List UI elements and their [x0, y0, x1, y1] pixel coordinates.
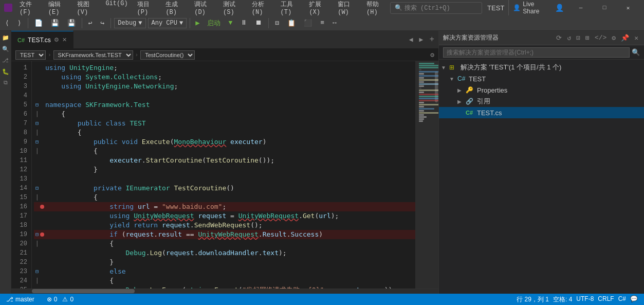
- status-branch[interactable]: ⎇ master: [4, 294, 36, 305]
- tree-references[interactable]: ▶ 🔗 引用: [439, 96, 644, 107]
- activity-search[interactable]: 🔍: [1, 44, 10, 53]
- breadcrumb-class-dropdown[interactable]: SKFramework.Test.TEST: [53, 50, 133, 60]
- panel-code-icon[interactable]: </>: [593, 33, 608, 43]
- menu-extensions[interactable]: 扩展(X): [305, 0, 333, 17]
- menu-test[interactable]: 测试(S): [219, 0, 247, 17]
- debug-dropdown-arrow: ▼: [138, 20, 142, 27]
- fold-23[interactable]: ⊟: [34, 267, 40, 276]
- panel-refresh-icon[interactable]: ↺: [565, 33, 573, 43]
- status-errors[interactable]: ⊗ 0 ⚠ 0: [45, 294, 76, 305]
- menu-project[interactable]: 项目(P): [133, 0, 161, 17]
- panel-filter-icon[interactable]: ⊞: [584, 33, 591, 43]
- solution-expand-arrow[interactable]: ▼: [441, 65, 449, 70]
- breadcrumb-settings-icon[interactable]: ⚙: [430, 51, 434, 59]
- references-expand-arrow[interactable]: ▶: [457, 99, 466, 104]
- menu-tools[interactable]: 工具(T): [277, 0, 304, 17]
- solution-search-icon[interactable]: 🔍: [632, 48, 640, 57]
- menu-debug[interactable]: 调试(D): [190, 0, 218, 17]
- toolbar-back[interactable]: ⟨: [2, 18, 12, 28]
- menu-window[interactable]: 窗口(W): [334, 0, 361, 17]
- panel-sync-icon[interactable]: ⟳: [555, 33, 563, 43]
- menu-file[interactable]: 文件(F): [15, 0, 43, 17]
- line-col-label: 行 29，列 1: [517, 295, 549, 304]
- status-language[interactable]: C#: [616, 295, 628, 302]
- menu-edit[interactable]: 编辑(E): [44, 0, 72, 17]
- horizontal-scrollbar-thumb[interactable]: [32, 289, 135, 293]
- activity-debug[interactable]: 🐛: [1, 67, 10, 76]
- menu-analyze[interactable]: 分析(N): [248, 0, 275, 17]
- start-button[interactable]: ▶: [193, 17, 201, 28]
- activity-git[interactable]: ⎇: [1, 56, 10, 65]
- fold-14[interactable]: ⊟: [34, 184, 40, 193]
- code-line-16: string url = "www.baidu.com";: [34, 202, 415, 211]
- tree-project[interactable]: ▼ C# TEST: [439, 73, 644, 84]
- properties-expand-arrow[interactable]: ▶: [457, 87, 466, 93]
- toolbar-undo[interactable]: ↩: [85, 18, 96, 28]
- tab-close-active[interactable]: ✕: [62, 37, 67, 43]
- status-spaces[interactable]: 空格: 4: [551, 295, 574, 304]
- code-line-8: │ {: [34, 128, 415, 137]
- fold-19[interactable]: ⊟: [34, 230, 40, 239]
- status-line-col[interactable]: 行 29，列 1: [514, 295, 551, 304]
- panel-close-icon[interactable]: ✕: [633, 33, 640, 43]
- toolbar-save[interactable]: 💾: [48, 18, 62, 28]
- tree-properties[interactable]: ▶ 🔑 Properties: [439, 84, 644, 96]
- tree-solution-root[interactable]: ▼ ⊞ 解决方案 'TEST'(1 个项目/共 1 个): [439, 62, 644, 73]
- status-line-ending[interactable]: CRLF: [596, 295, 616, 302]
- minimize-button[interactable]: —: [569, 0, 593, 15]
- live-share-label: Live Share: [523, 1, 548, 15]
- status-feedback[interactable]: 💬: [628, 295, 640, 302]
- menu-build[interactable]: 生成(B): [161, 0, 189, 17]
- tab-add[interactable]: +: [427, 34, 436, 45]
- code-line-6: │ {: [34, 110, 415, 119]
- menu-view[interactable]: 视图(V): [73, 0, 101, 17]
- horizontal-scrollbar[interactable]: [11, 289, 438, 294]
- status-encoding[interactable]: UTF-8: [574, 295, 596, 302]
- toolbar-extra-2[interactable]: 📋: [284, 18, 299, 28]
- pause-button[interactable]: ⏸: [237, 18, 250, 28]
- toolbar-extra-4[interactable]: ≡: [317, 18, 327, 28]
- solution-search-input[interactable]: [443, 47, 630, 58]
- activity-explorer[interactable]: 📁: [1, 33, 10, 42]
- menu-git[interactable]: Git(G): [101, 0, 132, 17]
- panel-nav-icon[interactable]: ⊡: [575, 33, 582, 43]
- breadcrumb-method-dropdown[interactable]: TestCoroutine(): [140, 50, 195, 60]
- bp-19[interactable]: [40, 230, 45, 239]
- bp-16[interactable]: [40, 202, 45, 211]
- fold-7[interactable]: ⊟: [34, 119, 40, 128]
- toolbar-redo[interactable]: ↪: [97, 18, 107, 28]
- fold-5[interactable]: ⊟: [34, 100, 40, 110]
- start-dropdown[interactable]: ▼: [226, 18, 236, 28]
- breadcrumb-project-dropdown[interactable]: TEST: [15, 50, 46, 60]
- fold-9[interactable]: ⊟: [34, 137, 40, 147]
- toolbar-extra-3[interactable]: ⬛: [301, 18, 315, 28]
- toolbar-extra-5[interactable]: ↔: [329, 18, 340, 28]
- warning-count: 0: [70, 296, 73, 303]
- tree-testcs-file[interactable]: C# TEST.cs: [439, 107, 644, 118]
- close-button[interactable]: ✕: [616, 0, 640, 15]
- live-share-button[interactable]: 👤 Live Share: [508, 0, 552, 16]
- code-content[interactable]: using UnityEngine; using System.Collecti…: [32, 61, 415, 289]
- project-expand-arrow[interactable]: ▼: [449, 76, 457, 82]
- toolbar-save-all[interactable]: 💾: [64, 18, 79, 28]
- start-label[interactable]: 启动: [204, 17, 224, 29]
- profile-icon[interactable]: 👤: [555, 4, 564, 12]
- panel-settings-icon[interactable]: ⚙: [610, 33, 617, 43]
- code-editor[interactable]: 1 2 3 4 5 6 7 8 9 10 11 12 13 14 15 16 1…: [11, 61, 438, 289]
- toolbar-forward[interactable]: ⟩: [14, 18, 25, 28]
- tab-scroll-right[interactable]: ▶: [417, 34, 426, 45]
- panel-pin-icon[interactable]: 📌: [619, 33, 631, 43]
- platform-dropdown[interactable]: Any CPU ▼: [148, 18, 187, 28]
- tab-testcs[interactable]: C# TEST.cs ⚙ ✕: [11, 31, 73, 49]
- global-search[interactable]: 🔍 搜索 (Ctrl+Q): [390, 2, 482, 14]
- stop-button[interactable]: ⏹: [252, 18, 265, 28]
- activity-extensions[interactable]: ⧉: [1, 78, 10, 87]
- toolbar-new[interactable]: 📄: [31, 18, 46, 28]
- debug-mode-dropdown[interactable]: Debug ▼: [114, 18, 145, 28]
- tab-scroll-left[interactable]: ◀: [407, 34, 415, 45]
- spaces-label: 空格: 4: [553, 295, 572, 304]
- tab-settings-icon[interactable]: ⚙: [54, 37, 59, 43]
- toolbar-extra-1[interactable]: ⊟: [272, 18, 282, 28]
- menu-help[interactable]: 帮助(H): [362, 0, 390, 17]
- maximize-button[interactable]: □: [593, 0, 616, 15]
